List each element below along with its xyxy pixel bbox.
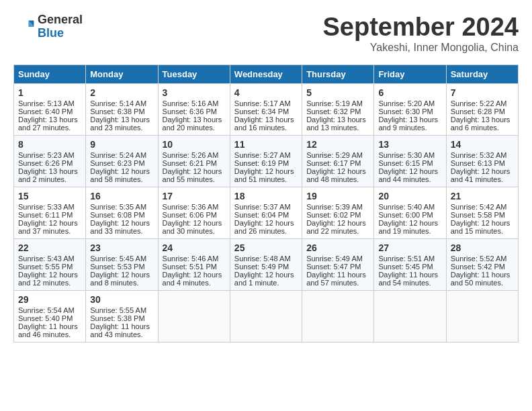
- col-wednesday: Wednesday: [230, 64, 302, 83]
- day-number: 12: [306, 139, 369, 150]
- calendar-week-2: 8 Sunrise: 5:23 AM Sunset: 6:26 PM Dayli…: [14, 135, 519, 187]
- col-friday: Friday: [374, 64, 446, 83]
- sunrise-text: Sunrise: 5:33 AM: [18, 203, 75, 211]
- day-number: 1: [18, 87, 81, 98]
- calendar-cell: 16 Sunrise: 5:35 AM Sunset: 6:08 PM Dayl…: [86, 187, 158, 238]
- sunset-text: Sunset: 6:08 PM: [90, 211, 144, 219]
- sunset-text: Sunset: 5:38 PM: [90, 314, 144, 322]
- calendar-cell: 28 Sunrise: 5:52 AM Sunset: 5:42 PM Dayl…: [446, 238, 518, 290]
- calendar-cell: 29 Sunrise: 5:54 AM Sunset: 5:40 PM Dayl…: [14, 290, 86, 342]
- day-number: 17: [163, 191, 226, 201]
- day-number: 7: [451, 87, 514, 98]
- day-number: 28: [451, 242, 514, 253]
- calendar-cell: 4 Sunrise: 5:17 AM Sunset: 6:34 PM Dayli…: [230, 83, 302, 135]
- daylight-text: Daylight: 12 hours and 22 minutes.: [306, 219, 366, 235]
- day-number: 18: [234, 191, 298, 201]
- calendar-cell: 3 Sunrise: 5:16 AM Sunset: 6:36 PM Dayli…: [158, 83, 230, 135]
- sunrise-text: Sunrise: 5:45 AM: [90, 255, 146, 263]
- day-number: 20: [378, 191, 441, 201]
- daylight-text: Daylight: 12 hours and 19 minutes.: [378, 219, 438, 235]
- sunrise-text: Sunrise: 5:46 AM: [163, 255, 219, 263]
- day-number: 5: [306, 87, 369, 98]
- page-header: General Blue September 2024 Yakeshi, Inn…: [13, 13, 519, 54]
- sunset-text: Sunset: 6:28 PM: [451, 107, 505, 116]
- sunrise-text: Sunrise: 5:27 AM: [234, 151, 291, 159]
- daylight-text: Daylight: 12 hours and 8 minutes.: [90, 271, 150, 287]
- daylight-text: Daylight: 13 hours and 6 minutes.: [451, 116, 511, 132]
- col-thursday: Thursday: [302, 64, 374, 83]
- day-number: 11: [234, 139, 298, 150]
- calendar-cell: 1 Sunrise: 5:13 AM Sunset: 6:40 PM Dayli…: [14, 83, 86, 135]
- sunset-text: Sunset: 5:55 PM: [18, 263, 73, 271]
- sunrise-text: Sunrise: 5:37 AM: [234, 203, 291, 211]
- day-number: 4: [234, 87, 298, 98]
- sunrise-text: Sunrise: 5:42 AM: [451, 203, 507, 211]
- calendar-cell: 25 Sunrise: 5:48 AM Sunset: 5:49 PM Dayl…: [230, 238, 302, 290]
- day-number: 23: [90, 242, 153, 253]
- calendar-cell: 15 Sunrise: 5:33 AM Sunset: 6:11 PM Dayl…: [14, 187, 86, 238]
- sunrise-text: Sunrise: 5:49 AM: [306, 255, 363, 263]
- daylight-text: Daylight: 12 hours and 48 minutes.: [306, 167, 366, 183]
- day-number: 27: [378, 242, 441, 253]
- sunset-text: Sunset: 6:15 PM: [378, 159, 433, 167]
- calendar-cell: 11 Sunrise: 5:27 AM Sunset: 6:19 PM Dayl…: [230, 135, 302, 187]
- sunrise-text: Sunrise: 5:29 AM: [306, 151, 363, 159]
- daylight-text: Daylight: 13 hours and 13 minutes.: [306, 116, 366, 132]
- sunrise-text: Sunrise: 5:52 AM: [451, 255, 507, 263]
- col-monday: Monday: [86, 64, 158, 83]
- calendar-cell: [374, 290, 446, 342]
- logo-general: General: [38, 13, 83, 27]
- sunrise-text: Sunrise: 5:32 AM: [451, 151, 507, 159]
- sunrise-text: Sunrise: 5:14 AM: [90, 99, 146, 107]
- calendar-cell: 24 Sunrise: 5:46 AM Sunset: 5:51 PM Dayl…: [158, 238, 230, 290]
- sunset-text: Sunset: 6:21 PM: [163, 159, 217, 167]
- sunrise-text: Sunrise: 5:54 AM: [18, 306, 75, 314]
- sunset-text: Sunset: 5:47 PM: [306, 263, 361, 271]
- day-number: 6: [378, 87, 441, 98]
- day-number: 29: [18, 294, 81, 305]
- sunrise-text: Sunrise: 5:30 AM: [378, 151, 435, 159]
- day-number: 8: [18, 139, 81, 150]
- sunset-text: Sunset: 6:02 PM: [306, 211, 361, 219]
- calendar-week-5: 29 Sunrise: 5:54 AM Sunset: 5:40 PM Dayl…: [14, 290, 519, 342]
- calendar-cell: 12 Sunrise: 5:29 AM Sunset: 6:17 PM Dayl…: [302, 135, 374, 187]
- daylight-text: Daylight: 12 hours and 33 minutes.: [90, 219, 150, 235]
- sunrise-text: Sunrise: 5:16 AM: [163, 99, 219, 107]
- sunset-text: Sunset: 5:45 PM: [378, 263, 433, 271]
- day-number: 19: [306, 191, 369, 201]
- daylight-text: Daylight: 12 hours and 55 minutes.: [163, 167, 222, 183]
- calendar-cell: 14 Sunrise: 5:32 AM Sunset: 6:13 PM Dayl…: [446, 135, 518, 187]
- sunset-text: Sunset: 5:49 PM: [234, 263, 289, 271]
- calendar-cell: 7 Sunrise: 5:22 AM Sunset: 6:28 PM Dayli…: [446, 83, 518, 135]
- calendar-cell: 9 Sunrise: 5:24 AM Sunset: 6:23 PM Dayli…: [86, 135, 158, 187]
- calendar-cell: 2 Sunrise: 5:14 AM Sunset: 6:38 PM Dayli…: [86, 83, 158, 135]
- calendar-cell: 6 Sunrise: 5:20 AM Sunset: 6:30 PM Dayli…: [374, 83, 446, 135]
- sunrise-text: Sunrise: 5:43 AM: [18, 255, 75, 263]
- day-number: 22: [18, 242, 81, 253]
- calendar-cell: 10 Sunrise: 5:26 AM Sunset: 6:21 PM Dayl…: [158, 135, 230, 187]
- title-area: September 2024 Yakeshi, Inner Mongolia, …: [323, 13, 519, 54]
- daylight-text: Daylight: 12 hours and 1 minute.: [234, 271, 294, 287]
- sunset-text: Sunset: 6:00 PM: [378, 211, 433, 219]
- sunset-text: Sunset: 6:34 PM: [234, 107, 289, 116]
- day-number: 30: [90, 294, 153, 305]
- sunrise-text: Sunrise: 5:24 AM: [90, 151, 146, 159]
- sunrise-text: Sunrise: 5:13 AM: [18, 99, 75, 107]
- sunset-text: Sunset: 6:38 PM: [90, 107, 144, 116]
- daylight-text: Daylight: 11 hours and 57 minutes.: [306, 271, 366, 287]
- day-number: 3: [163, 87, 226, 98]
- daylight-text: Daylight: 12 hours and 44 minutes.: [378, 167, 438, 183]
- daylight-text: Daylight: 12 hours and 12 minutes.: [18, 271, 78, 287]
- calendar-table: Sunday Monday Tuesday Wednesday Thursday…: [13, 64, 519, 342]
- day-number: 26: [306, 242, 369, 253]
- daylight-text: Daylight: 13 hours and 27 minutes.: [18, 116, 78, 132]
- sunset-text: Sunset: 6:30 PM: [378, 107, 433, 116]
- sunset-text: Sunset: 6:11 PM: [18, 211, 73, 219]
- sunset-text: Sunset: 5:53 PM: [90, 263, 144, 271]
- calendar-cell: [446, 290, 518, 342]
- daylight-text: Daylight: 13 hours and 16 minutes.: [234, 116, 294, 132]
- sunrise-text: Sunrise: 5:48 AM: [234, 255, 291, 263]
- col-sunday: Sunday: [14, 64, 86, 83]
- sunset-text: Sunset: 6:17 PM: [306, 159, 361, 167]
- day-number: 10: [163, 139, 226, 150]
